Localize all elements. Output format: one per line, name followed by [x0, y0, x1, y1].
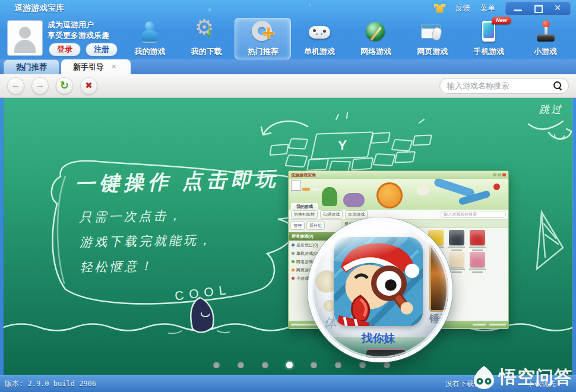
- carousel-dot[interactable]: [359, 362, 366, 368]
- wukong-logo-icon: [472, 365, 496, 390]
- header: 成为逗游用户 享受更多游戏乐趣 登录 注册 我的游戏我的下载热门推荐单机游戏网络…: [0, 17, 576, 59]
- partial-game-tile: [366, 349, 406, 362]
- nav-item-label: 我的下载: [179, 46, 234, 57]
- carousel-dot[interactable]: [311, 362, 317, 368]
- tab-close-icon[interactable]: [111, 63, 119, 71]
- watermark: 悟空问答: [472, 365, 572, 390]
- mini-toolbar: 切换到图标扫描游戏添加游戏输入游戏名称搜索: [289, 210, 508, 220]
- guide-slide: 跳过 Y 一键操作 点击即玩 只需一次点击， 游戏下载完就能玩， 轻松惬意！ C…: [4, 98, 572, 375]
- watermark-text: 悟空问答: [499, 365, 572, 390]
- nav-item-hot-recommend[interactable]: 热门推荐: [235, 18, 291, 59]
- nav-item-label: 热门推荐: [235, 46, 290, 57]
- carousel-dot[interactable]: [384, 362, 390, 368]
- title-bar: 逗游游戏宝库 反馈 菜单: [0, 0, 576, 17]
- window-controls: [505, 1, 571, 16]
- tab[interactable]: 新手引导: [61, 59, 131, 74]
- mini-game-tile: [447, 230, 467, 251]
- search-icon[interactable]: [553, 81, 562, 90]
- user-panel: 成为逗游用户 享受更多游戏乐趣 登录 注册: [6, 19, 122, 58]
- pc-games-icon: [306, 20, 333, 46]
- skin-icon[interactable]: [434, 4, 445, 13]
- mini-app-title: 逗游游戏宝库: [291, 172, 316, 178]
- carousel-dot[interactable]: [213, 362, 220, 368]
- back-icon[interactable]: [7, 77, 24, 94]
- search-input[interactable]: [446, 81, 553, 91]
- slide-body: 只需一次点击， 游戏下载完就能玩， 轻松惬意！: [79, 203, 214, 280]
- key-letter: Y: [337, 137, 347, 153]
- nav-item-web-games[interactable]: 网页游戏: [404, 18, 461, 59]
- carousel-dots: [213, 362, 390, 368]
- mini-toolbar-button: 切换到图标: [291, 210, 318, 219]
- mini-games-icon: [531, 20, 559, 46]
- forward-icon[interactable]: [31, 77, 49, 94]
- mini-game-tile: [467, 230, 488, 251]
- version-text: 版本: 2.9.0 build 2906: [5, 379, 96, 389]
- nav-item-label: 单机游戏: [292, 46, 347, 57]
- online-games-icon: [362, 20, 390, 46]
- downloads-icon: [193, 20, 220, 46]
- skip-link[interactable]: 跳过: [539, 103, 563, 116]
- web-games-icon: [419, 20, 446, 46]
- mini-toolbar-button: 扫描游戏: [320, 210, 343, 219]
- tab-label: 新手引导: [73, 60, 104, 74]
- mini-game-tile: [467, 252, 488, 273]
- keyboard-key-doodle: Y: [311, 131, 374, 159]
- mini-tab-my-games: 我的游戏: [291, 203, 318, 210]
- mini-window-controls: [493, 173, 506, 176]
- nav-item-pc-games[interactable]: 单机游戏: [291, 18, 347, 59]
- carousel-dot[interactable]: [335, 362, 341, 368]
- feedback-link[interactable]: 反馈: [455, 3, 470, 14]
- nav-item-label: 小游戏: [518, 46, 573, 57]
- nav-item-label: 网络游戏: [349, 46, 404, 57]
- nav-item-mobile-games[interactable]: 手机游戏New: [461, 18, 517, 59]
- nav-item-my-games[interactable]: 我的游戏: [122, 18, 178, 59]
- partial-left-label: 体: [324, 314, 337, 332]
- minimize-icon[interactable]: [508, 2, 528, 15]
- hot-recommend-icon: [249, 20, 277, 46]
- new-badge: New: [492, 17, 511, 24]
- nav-item-mini-games[interactable]: 小游戏: [517, 18, 574, 59]
- stop-icon[interactable]: [80, 77, 97, 94]
- nav-item-label: 我的游戏: [122, 46, 178, 57]
- tab-label: 热门推荐: [16, 60, 47, 74]
- magnifier-glass: 找你妹 锤子守 体: [308, 217, 452, 362]
- carousel-dot[interactable]: [238, 362, 244, 368]
- register-button[interactable]: 注册: [86, 43, 118, 56]
- mini-banner: 我的游戏: [289, 179, 508, 210]
- main-nav: 我的游戏我的下载热门推荐单机游戏网络游戏网页游戏手机游戏New小游戏: [122, 17, 574, 59]
- mini-toolbar-button: 添加游戏: [345, 210, 368, 219]
- close-icon[interactable]: [548, 2, 568, 15]
- refresh-icon[interactable]: [56, 77, 73, 94]
- magnified-game-label: 找你妹: [334, 331, 423, 346]
- zhaonimei-game-icon: [334, 237, 423, 326]
- nav-item-label: 网页游戏: [405, 46, 460, 57]
- carousel-dot[interactable]: [262, 362, 268, 368]
- toolbar: [0, 74, 576, 98]
- mini-search-box: 输入游戏名称搜索: [441, 211, 506, 218]
- login-button[interactable]: 登录: [49, 43, 81, 56]
- avatar[interactable]: [7, 20, 43, 56]
- tab-strip: 热门推荐新手引导: [0, 59, 576, 74]
- my-games-icon: [137, 20, 164, 46]
- cool-doodle-text: COOL: [174, 282, 232, 303]
- nav-item-downloads[interactable]: 我的下载: [178, 18, 235, 59]
- tab[interactable]: 热门推荐: [4, 59, 59, 74]
- app-window: 逗游游戏宝库 反馈 菜单 成为逗游用户 享受更多游戏乐趣 登录 注册 我的游戏: [0, 0, 576, 392]
- promo-text: 成为逗游用户 享受更多游戏乐趣: [48, 20, 109, 41]
- menu-link[interactable]: 菜单: [480, 3, 495, 14]
- slide-headline: 一键操作 点击即玩: [74, 165, 280, 198]
- search-box: [439, 78, 569, 94]
- nav-item-label: 手机游戏: [461, 46, 517, 57]
- maximize-icon[interactable]: [528, 2, 548, 15]
- app-title: 逗游游戏宝库: [14, 3, 64, 14]
- nav-item-online-games[interactable]: 网络游戏: [348, 18, 404, 59]
- carousel-dot[interactable]: [286, 362, 293, 368]
